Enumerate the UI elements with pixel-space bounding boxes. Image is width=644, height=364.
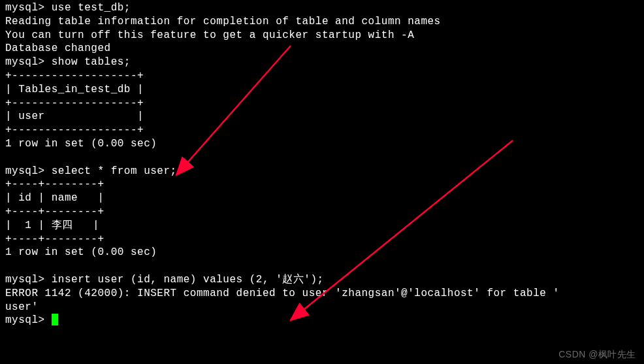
output-blank (5, 151, 639, 165)
output-db-changed: Database changed (5, 42, 639, 56)
mysql-prompt: mysql> (5, 165, 52, 177)
terminal-line: mysql> insert user (id, name) values (2,… (5, 273, 639, 287)
mysql-prompt: mysql> (5, 315, 52, 327)
terminal-line[interactable]: mysql> (5, 314, 639, 327)
mysql-prompt: mysql> (5, 2, 52, 14)
terminal-line: mysql> select * from user; (5, 165, 639, 178)
command-insert-user: insert user (id, name) values (2, '赵六'); (52, 274, 324, 286)
output-blank (5, 259, 639, 273)
watermark: CSDN @枫叶先生 (558, 348, 636, 360)
table-separator: +----+--------+ (5, 178, 639, 191)
output-error: ERROR 1142 (42000): INSERT command denie… (5, 287, 639, 301)
command-use-db: use test_db; (52, 2, 131, 14)
table-separator: +----+--------+ (5, 205, 639, 219)
output-row-count: 1 row in set (0.00 sec) (5, 246, 639, 259)
output-row-count: 1 row in set (0.00 sec) (5, 137, 639, 151)
table-separator: +-------------------+ (5, 124, 639, 137)
table-header: | Tables_in_test_db | (5, 83, 639, 97)
table-row: | user | (5, 110, 639, 124)
output-error-cont: user' (5, 301, 639, 314)
table-header: | id | name | (5, 191, 639, 205)
command-show-tables: show tables; (52, 56, 131, 68)
terminal-cursor (52, 314, 58, 325)
table-separator: +-------------------+ (5, 69, 639, 83)
output-turn-off: You can turn off this feature to get a q… (5, 29, 639, 42)
terminal-line: mysql> use test_db; (5, 1, 639, 15)
mysql-prompt: mysql> (5, 56, 52, 68)
terminal-line: mysql> show tables; (5, 56, 639, 69)
mysql-prompt: mysql> (5, 274, 52, 286)
command-select-user: select * from user; (52, 165, 177, 177)
output-reading-info: Reading table information for completion… (5, 15, 639, 29)
table-separator: +-------------------+ (5, 97, 639, 110)
table-separator: +----+--------+ (5, 233, 639, 246)
table-row: | 1 | 李四 | (5, 219, 639, 233)
